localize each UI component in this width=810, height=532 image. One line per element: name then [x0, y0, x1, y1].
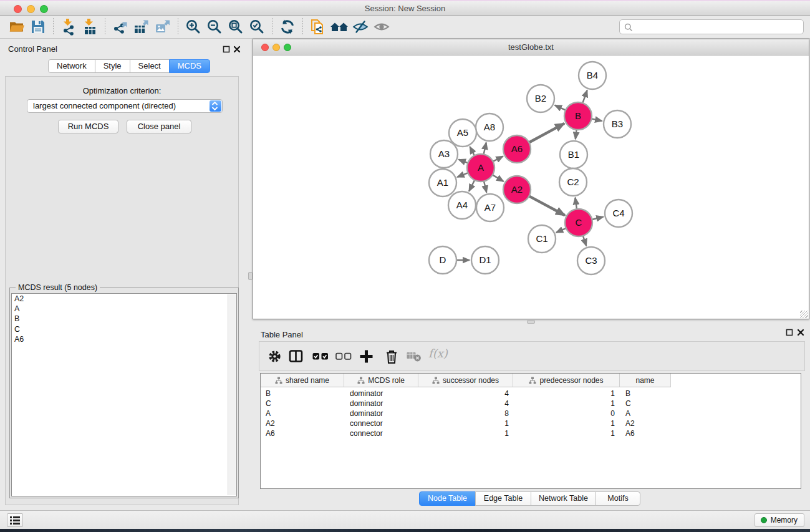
mcds-result-item[interactable]: C	[12, 324, 236, 334]
graph-node-A5[interactable]: A5	[449, 119, 476, 147]
zoom-out-icon[interactable]	[204, 17, 225, 37]
graph-edge-A-A2[interactable]	[493, 175, 504, 181]
open-file-icon[interactable]	[6, 17, 27, 37]
mcds-result-item[interactable]: A6	[12, 334, 236, 344]
graph-edge-B-B4[interactable]	[582, 90, 587, 104]
graph-edge-C-C2[interactable]	[575, 198, 577, 209]
tab-motifs[interactable]: Motifs	[595, 491, 640, 506]
table-cell[interactable]: 0	[513, 409, 620, 418]
table-cell[interactable]: 1	[513, 418, 620, 428]
optimization-criterion-select[interactable]: largest connected component (directed)	[27, 99, 223, 113]
graph-node-C[interactable]: C	[565, 209, 592, 236]
gear-icon[interactable]	[268, 349, 282, 364]
close-panel-button[interactable]: Close panel	[127, 120, 191, 133]
scrollbar[interactable]	[228, 294, 236, 495]
graph-edge-C-C4[interactable]	[592, 217, 603, 220]
mcds-result-item[interactable]: A	[12, 304, 236, 314]
export-image-icon[interactable]	[152, 17, 173, 37]
graph-edge-B-B1[interactable]	[576, 130, 577, 139]
graph-node-A7[interactable]: A7	[476, 194, 504, 221]
unselect-all-columns-icon[interactable]	[335, 352, 352, 360]
function-builder-icon[interactable]: f(x)	[428, 347, 448, 360]
network-canvas[interactable]: B4B2BB3A8A5A6A3B1AC2A1A2A4A7C4CC1DD1C3	[253, 56, 809, 319]
graph-node-D1[interactable]: D1	[471, 246, 499, 274]
table-cell[interactable]: 1	[513, 399, 620, 409]
export-network-icon[interactable]	[110, 17, 131, 37]
show-columns-icon[interactable]	[289, 349, 303, 364]
table-cell[interactable]: B	[620, 389, 671, 399]
graph-node-A[interactable]: A	[467, 154, 494, 181]
float-panel-icon[interactable]	[786, 329, 793, 336]
network-window-titlebar[interactable]: testGlobe.txt	[253, 39, 809, 56]
table-cell[interactable]: 4	[418, 389, 513, 399]
table-cell[interactable]: 1	[418, 428, 513, 438]
graph-node-A8[interactable]: A8	[476, 114, 503, 141]
tab-node-table[interactable]: Node Table	[419, 491, 476, 506]
table-row[interactable]: Cdominator41C	[261, 399, 801, 409]
table-cell[interactable]: dominator	[344, 389, 418, 399]
table-row[interactable]: Adominator80A	[261, 409, 801, 418]
table-row[interactable]: Bdominator41B	[261, 389, 801, 399]
graph-edge-A-A1[interactable]	[457, 173, 468, 177]
tab-network-table[interactable]: Network Table	[531, 491, 596, 506]
export-table-icon[interactable]	[131, 17, 152, 37]
graph-node-B4[interactable]: B4	[579, 62, 606, 89]
delete-column-icon[interactable]	[385, 349, 398, 364]
select-all-columns-icon[interactable]	[312, 352, 329, 360]
table-row[interactable]: A2connector11A2	[261, 418, 801, 428]
table-cell[interactable]: C	[620, 399, 671, 409]
table-row[interactable]: A6connector11A6	[261, 428, 801, 438]
close-panel-icon[interactable]	[797, 329, 804, 336]
column-header-shared-name[interactable]: shared name	[261, 374, 344, 387]
clone-network-icon[interactable]	[307, 17, 329, 37]
graph-edge-A-A4[interactable]	[469, 180, 475, 191]
close-panel-icon[interactable]	[233, 46, 241, 53]
table-cell[interactable]: 1	[513, 389, 620, 399]
graph-node-A4[interactable]: A4	[448, 191, 476, 219]
graph-node-A1[interactable]: A1	[429, 169, 456, 196]
home-icon[interactable]	[329, 17, 350, 37]
column-header-MCDS-role[interactable]: MCDS role	[344, 374, 418, 387]
graph-edge-A-A7[interactable]	[484, 181, 486, 192]
hide-panel-eye-slash-icon[interactable]	[350, 17, 371, 37]
graph-node-C3[interactable]: C3	[577, 247, 605, 274]
graph-edge-A2-C[interactable]	[529, 196, 565, 215]
mcds-result-item[interactable]: A2	[12, 294, 236, 304]
run-mcds-button[interactable]: Run MCDS	[58, 120, 118, 133]
table-cell[interactable]: A2	[261, 418, 344, 428]
graph-node-C1[interactable]: C1	[528, 225, 556, 253]
graph-node-C4[interactable]: C4	[605, 200, 632, 227]
refresh-icon[interactable]	[277, 17, 298, 37]
table-cell[interactable]: 8	[418, 409, 513, 418]
search-field[interactable]	[619, 19, 804, 34]
table-cell[interactable]: C	[261, 399, 344, 409]
table-cell[interactable]: A	[620, 409, 671, 418]
mcds-result-item[interactable]: B	[12, 314, 236, 324]
import-network-icon[interactable]	[58, 17, 79, 37]
graph-node-A3[interactable]: A3	[430, 140, 458, 168]
graph-node-A2[interactable]: A2	[503, 176, 531, 203]
zoom-selected-icon[interactable]	[246, 17, 268, 37]
task-history-button[interactable]	[7, 513, 23, 527]
table-cell[interactable]: A6	[620, 428, 671, 438]
resize-grip-icon[interactable]	[800, 311, 808, 318]
table-cell[interactable]: dominator	[344, 409, 418, 418]
table-cell[interactable]: 4	[418, 399, 513, 409]
import-table-icon[interactable]	[79, 17, 100, 37]
table-cell[interactable]: 1	[513, 428, 620, 438]
table-cell[interactable]: A2	[620, 418, 671, 428]
table-cell[interactable]: dominator	[344, 399, 418, 409]
tab-mcds[interactable]: MCDS	[169, 59, 210, 73]
tab-network[interactable]: Network	[48, 59, 95, 73]
memory-button[interactable]: Memory	[755, 513, 804, 527]
graph-edge-A-A8[interactable]	[484, 142, 486, 154]
table-cell[interactable]: connector	[344, 418, 418, 428]
zoom-fit-icon[interactable]	[225, 17, 246, 37]
graph-node-C2[interactable]: C2	[559, 168, 587, 196]
tab-edge-table[interactable]: Edge Table	[475, 491, 531, 506]
delete-table-icon[interactable]	[407, 351, 422, 362]
tab-select[interactable]: Select	[130, 59, 170, 73]
float-panel-icon[interactable]	[223, 46, 230, 53]
column-header-successor-nodes[interactable]: successor nodes	[418, 374, 513, 387]
add-column-icon[interactable]	[359, 349, 374, 364]
